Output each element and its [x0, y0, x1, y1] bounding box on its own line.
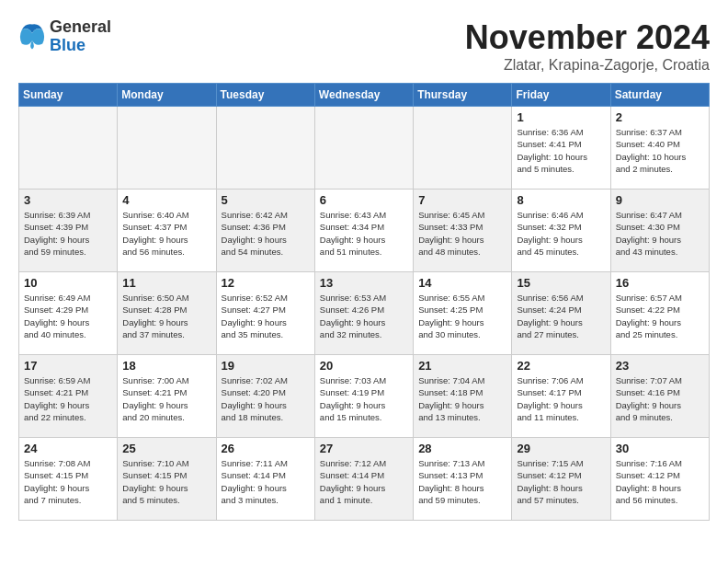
- calendar-cell: 4Sunrise: 6:40 AM Sunset: 4:37 PM Daylig…: [118, 190, 216, 272]
- day-info: Sunrise: 7:16 AM Sunset: 4:12 PM Dayligh…: [616, 457, 704, 506]
- day-number: 16: [616, 276, 704, 290]
- day-number: 20: [320, 359, 408, 373]
- day-number: 25: [122, 442, 210, 455]
- calendar-cell: 18Sunrise: 7:00 AM Sunset: 4:21 PM Dayli…: [118, 355, 216, 438]
- calendar-cell: 27Sunrise: 7:12 AM Sunset: 4:14 PM Dayli…: [314, 438, 413, 521]
- day-info: Sunrise: 6:50 AM Sunset: 4:28 PM Dayligh…: [122, 292, 210, 340]
- day-info: Sunrise: 7:02 AM Sunset: 4:20 PM Dayligh…: [222, 374, 310, 423]
- day-number: 19: [222, 359, 310, 373]
- day-number: 24: [24, 442, 112, 455]
- header: General Blue November 2024 Zlatar, Krapi…: [18, 18, 710, 74]
- day-number: 8: [517, 193, 605, 207]
- logo: General Blue: [18, 18, 111, 55]
- calendar-cell: 2Sunrise: 6:37 AM Sunset: 4:40 PM Daylig…: [610, 107, 709, 190]
- day-info: Sunrise: 6:55 AM Sunset: 4:25 PM Dayligh…: [418, 292, 506, 340]
- day-number: 10: [24, 276, 112, 290]
- day-info: Sunrise: 6:56 AM Sunset: 4:24 PM Dayligh…: [517, 292, 605, 340]
- calendar-cell: 28Sunrise: 7:13 AM Sunset: 4:13 PM Dayli…: [414, 438, 512, 521]
- day-number: 18: [122, 359, 210, 373]
- calendar-cell: 8Sunrise: 6:46 AM Sunset: 4:32 PM Daylig…: [512, 190, 610, 272]
- week-row-0: 1Sunrise: 6:36 AM Sunset: 4:41 PM Daylig…: [19, 107, 710, 190]
- day-info: Sunrise: 6:43 AM Sunset: 4:34 PM Dayligh…: [320, 209, 408, 258]
- day-info: Sunrise: 6:39 AM Sunset: 4:39 PM Dayligh…: [24, 209, 112, 258]
- weekday-header-thursday: Thursday: [414, 84, 512, 107]
- day-info: Sunrise: 7:04 AM Sunset: 4:18 PM Dayligh…: [418, 374, 506, 423]
- day-info: Sunrise: 7:10 AM Sunset: 4:15 PM Dayligh…: [122, 457, 210, 506]
- day-info: Sunrise: 6:45 AM Sunset: 4:33 PM Dayligh…: [418, 209, 506, 258]
- calendar-cell: 9Sunrise: 6:47 AM Sunset: 4:30 PM Daylig…: [610, 190, 709, 272]
- calendar-cell: 3Sunrise: 6:39 AM Sunset: 4:39 PM Daylig…: [19, 190, 118, 272]
- day-number: 12: [222, 276, 310, 290]
- calendar-cell: 20Sunrise: 7:03 AM Sunset: 4:19 PM Dayli…: [314, 355, 413, 438]
- day-info: Sunrise: 6:40 AM Sunset: 4:37 PM Dayligh…: [122, 209, 210, 258]
- day-number: 6: [320, 193, 408, 207]
- month-title: November 2024: [465, 18, 710, 57]
- week-row-3: 17Sunrise: 6:59 AM Sunset: 4:21 PM Dayli…: [19, 355, 710, 438]
- day-number: 7: [418, 193, 506, 207]
- weekday-header-monday: Monday: [118, 84, 216, 107]
- calendar-cell: 26Sunrise: 7:11 AM Sunset: 4:14 PM Dayli…: [216, 438, 314, 521]
- day-info: Sunrise: 7:12 AM Sunset: 4:14 PM Dayligh…: [320, 457, 408, 506]
- day-number: 26: [222, 442, 310, 455]
- calendar-cell: 23Sunrise: 7:07 AM Sunset: 4:16 PM Dayli…: [610, 355, 709, 438]
- calendar-cell: 15Sunrise: 6:56 AM Sunset: 4:24 PM Dayli…: [512, 272, 610, 355]
- day-number: 11: [122, 276, 210, 290]
- calendar-cell: 6Sunrise: 6:43 AM Sunset: 4:34 PM Daylig…: [314, 190, 413, 272]
- day-info: Sunrise: 6:46 AM Sunset: 4:32 PM Dayligh…: [517, 209, 605, 258]
- day-number: 27: [320, 442, 408, 455]
- calendar-cell: [118, 107, 216, 190]
- calendar-cell: 12Sunrise: 6:52 AM Sunset: 4:27 PM Dayli…: [216, 272, 314, 355]
- calendar-cell: 30Sunrise: 7:16 AM Sunset: 4:12 PM Dayli…: [610, 438, 709, 521]
- day-info: Sunrise: 6:52 AM Sunset: 4:27 PM Dayligh…: [222, 292, 310, 340]
- day-number: 17: [24, 359, 112, 373]
- day-info: Sunrise: 7:11 AM Sunset: 4:14 PM Dayligh…: [222, 457, 310, 506]
- location-subtitle: Zlatar, Krapina-Zagorje, Croatia: [465, 57, 710, 74]
- day-info: Sunrise: 7:13 AM Sunset: 4:13 PM Dayligh…: [418, 457, 506, 506]
- weekday-header-saturday: Saturday: [610, 84, 709, 107]
- weekday-header-row: SundayMondayTuesdayWednesdayThursdayFrid…: [19, 84, 710, 107]
- week-row-2: 10Sunrise: 6:49 AM Sunset: 4:29 PM Dayli…: [19, 272, 710, 355]
- day-number: 3: [24, 193, 112, 207]
- day-info: Sunrise: 6:37 AM Sunset: 4:40 PM Dayligh…: [616, 126, 704, 175]
- day-number: 2: [616, 110, 704, 124]
- calendar-cell: 21Sunrise: 7:04 AM Sunset: 4:18 PM Dayli…: [414, 355, 512, 438]
- day-info: Sunrise: 7:07 AM Sunset: 4:16 PM Dayligh…: [616, 374, 704, 423]
- calendar-cell: [314, 107, 413, 190]
- day-info: Sunrise: 7:08 AM Sunset: 4:15 PM Dayligh…: [24, 457, 112, 506]
- calendar-cell: [414, 107, 512, 190]
- day-number: 30: [616, 442, 704, 455]
- calendar-cell: 11Sunrise: 6:50 AM Sunset: 4:28 PM Dayli…: [118, 272, 216, 355]
- day-number: 23: [616, 359, 704, 373]
- calendar-cell: 17Sunrise: 6:59 AM Sunset: 4:21 PM Dayli…: [19, 355, 118, 438]
- day-number: 22: [517, 359, 605, 373]
- day-number: 13: [320, 276, 408, 290]
- weekday-header-sunday: Sunday: [19, 84, 118, 107]
- day-number: 4: [122, 193, 210, 207]
- day-number: 9: [616, 193, 704, 207]
- calendar-cell: 5Sunrise: 6:42 AM Sunset: 4:36 PM Daylig…: [216, 190, 314, 272]
- calendar-cell: 25Sunrise: 7:10 AM Sunset: 4:15 PM Dayli…: [118, 438, 216, 521]
- day-info: Sunrise: 7:03 AM Sunset: 4:19 PM Dayligh…: [320, 374, 408, 423]
- day-info: Sunrise: 6:42 AM Sunset: 4:36 PM Dayligh…: [222, 209, 310, 258]
- calendar-cell: 19Sunrise: 7:02 AM Sunset: 4:20 PM Dayli…: [216, 355, 314, 438]
- calendar-cell: 7Sunrise: 6:45 AM Sunset: 4:33 PM Daylig…: [414, 190, 512, 272]
- day-info: Sunrise: 6:59 AM Sunset: 4:21 PM Dayligh…: [24, 374, 112, 423]
- calendar-cell: [19, 107, 118, 190]
- title-section: November 2024 Zlatar, Krapina-Zagorje, C…: [465, 18, 710, 74]
- week-row-1: 3Sunrise: 6:39 AM Sunset: 4:39 PM Daylig…: [19, 190, 710, 272]
- day-number: 15: [517, 276, 605, 290]
- logo-general: General: [50, 18, 111, 37]
- day-number: 28: [418, 442, 506, 455]
- day-info: Sunrise: 6:53 AM Sunset: 4:26 PM Dayligh…: [320, 292, 408, 340]
- day-info: Sunrise: 7:06 AM Sunset: 4:17 PM Dayligh…: [517, 374, 605, 423]
- week-row-4: 24Sunrise: 7:08 AM Sunset: 4:15 PM Dayli…: [19, 438, 710, 521]
- weekday-header-tuesday: Tuesday: [216, 84, 314, 107]
- logo-icon: [18, 23, 46, 51]
- calendar-cell: 16Sunrise: 6:57 AM Sunset: 4:22 PM Dayli…: [610, 272, 709, 355]
- calendar-cell: 13Sunrise: 6:53 AM Sunset: 4:26 PM Dayli…: [314, 272, 413, 355]
- day-number: 1: [517, 110, 605, 124]
- day-number: 29: [517, 442, 605, 455]
- day-info: Sunrise: 6:57 AM Sunset: 4:22 PM Dayligh…: [616, 292, 704, 340]
- day-info: Sunrise: 7:15 AM Sunset: 4:12 PM Dayligh…: [517, 457, 605, 506]
- day-info: Sunrise: 7:00 AM Sunset: 4:21 PM Dayligh…: [122, 374, 210, 423]
